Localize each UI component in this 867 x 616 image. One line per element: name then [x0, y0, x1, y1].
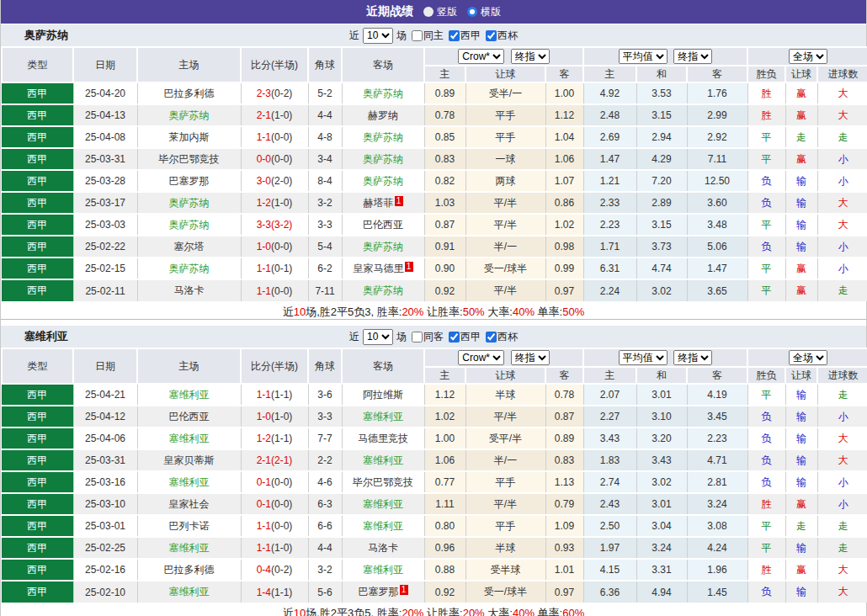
- final-odds-select[interactable]: 终指: [511, 49, 550, 64]
- scope-select[interactable]: 全场: [789, 49, 827, 64]
- full-time-score: 1-1: [257, 520, 271, 532]
- result-handicap: 赢: [785, 104, 817, 126]
- half-time-score: (0-0): [271, 153, 292, 165]
- match-row: 西甲 25-04-13 奥萨苏纳 2-1(1-0) 4-4 赫罗纳 0.78 平…: [2, 104, 867, 126]
- sub-col-wdl: 胜负: [747, 367, 785, 384]
- away-team: 塞维利亚: [342, 493, 424, 515]
- result-handicap: 输: [785, 192, 817, 214]
- handicap-line: 平手: [465, 515, 545, 537]
- away-team-name: 奥萨苏纳: [363, 88, 403, 99]
- home-team: 奥萨苏纳: [137, 192, 241, 214]
- avg-away-odds: 1.45: [687, 581, 747, 603]
- avg-home-odds: 1.97: [583, 537, 636, 559]
- score-cell: 0-0(0-0): [241, 148, 308, 170]
- bookmaker-select[interactable]: Crow*: [458, 350, 504, 365]
- away-team: 奥萨苏纳: [342, 236, 424, 258]
- away-team: 塞维利亚: [342, 406, 424, 427]
- away-team: 奥萨苏纳: [342, 148, 424, 170]
- avg-draw-odds: 3.10: [636, 406, 687, 427]
- average-select[interactable]: 平均值: [619, 49, 668, 64]
- home-team: 毕尔巴鄂竞技: [137, 148, 241, 170]
- handicap-away-odds: 0.93: [545, 537, 583, 559]
- away-team: 赫塔菲1: [342, 192, 424, 214]
- half-time-score: (0-1): [271, 263, 292, 274]
- result-handicap: 赢: [785, 258, 817, 279]
- final-odds-select-2[interactable]: 终指: [673, 49, 712, 64]
- handicap-home-odds: 0.92: [424, 581, 465, 603]
- same-venue-checkbox[interactable]: [412, 30, 423, 41]
- full-time-score: 1-1: [257, 263, 271, 274]
- avg-home-odds: 2.43: [583, 493, 636, 515]
- rounds-select[interactable]: 10: [363, 329, 393, 345]
- away-team: 巴伦西亚: [342, 214, 424, 236]
- near-label: 近: [349, 29, 359, 43]
- match-row: 西甲 25-02-16 巴拉多利德 0-4(0-2) 3-2 塞维利亚 0.88…: [2, 559, 867, 581]
- handicap-line: 平/半: [465, 279, 545, 301]
- final-odds-select-2[interactable]: 终指: [673, 350, 712, 365]
- avg-home-odds: 2.23: [583, 214, 636, 236]
- result-over-under: 小: [817, 471, 867, 493]
- corner-score: 3-2: [308, 559, 342, 581]
- avg-draw-odds: 4.74: [636, 258, 687, 279]
- layout-radio-horizontal[interactable]: 横版: [467, 5, 501, 19]
- games-label: 场: [396, 330, 407, 344]
- average-select-group: 平均值 终指: [583, 348, 747, 367]
- league-filter[interactable]: 西甲: [445, 330, 481, 344]
- match-row: 西甲 25-02-22 塞尔塔 1-0(0-0) 5-4 奥萨苏纳 0.91 半…: [2, 236, 867, 258]
- home-team: 巴列卡诺: [137, 515, 241, 537]
- away-team: 奥萨苏纳: [342, 82, 424, 104]
- avg-draw-odds: 3.15: [636, 104, 687, 126]
- league-checkbox[interactable]: [449, 332, 460, 343]
- cup-checkbox[interactable]: [486, 30, 497, 41]
- scope-select[interactable]: 全场: [789, 350, 827, 365]
- match-date: 25-02-22: [73, 236, 137, 258]
- cup-checkbox[interactable]: [486, 332, 497, 343]
- same-venue-checkbox[interactable]: [412, 332, 423, 343]
- half-time-score: (0-2): [271, 564, 292, 576]
- away-team: 巴塞罗那1: [342, 581, 424, 603]
- layout-radio-vertical[interactable]: 竖版: [423, 5, 457, 19]
- sub-col-avg-away: 客: [687, 66, 747, 82]
- avg-draw-odds: 4.29: [636, 148, 687, 170]
- avg-away-odds: 2.81: [687, 471, 747, 493]
- same-venue-filter[interactable]: 同主: [408, 29, 444, 43]
- match-row: 西甲 25-02-15 奥萨苏纳 1-1(0-1) 6-2 皇家马德里1 0.9…: [2, 258, 867, 279]
- average-select[interactable]: 平均值: [619, 350, 668, 365]
- rounds-select[interactable]: 10: [363, 28, 393, 44]
- handicap-home-odds: 0.82: [424, 170, 465, 192]
- games-label: 场: [396, 29, 407, 43]
- handicap-away-odds: 0.83: [545, 449, 583, 471]
- same-venue-filter[interactable]: 同客: [408, 330, 444, 344]
- summary-stat-value: 10: [294, 305, 306, 318]
- league-checkbox[interactable]: [449, 30, 460, 41]
- summary-stat-value: 50%: [562, 305, 584, 318]
- handicap-select-group: Crow* 终指: [424, 47, 583, 66]
- cup-filter[interactable]: 西杯: [482, 330, 518, 344]
- half-time-score: (0-0): [271, 476, 292, 488]
- avg-draw-odds: 2.94: [636, 126, 687, 148]
- avg-draw-odds: 3.43: [636, 449, 687, 471]
- corner-score: 4-6: [308, 471, 342, 493]
- filter-controls: 近 10 场 同主 西甲 西杯: [349, 28, 518, 44]
- final-odds-select[interactable]: 终指: [511, 350, 550, 365]
- radio-unselected-icon[interactable]: [423, 7, 434, 17]
- score-cell: 1-1(0-0): [241, 126, 308, 148]
- corner-score: 5-6: [308, 581, 342, 603]
- match-row: 西甲 25-03-17 奥萨苏纳 1-2(1-0) 3-2 赫塔菲1 1.03 …: [2, 192, 867, 214]
- bookmaker-select[interactable]: Crow*: [458, 49, 504, 64]
- sub-col-avg-away: 客: [687, 367, 747, 384]
- avg-away-odds: 4.19: [687, 384, 747, 406]
- league-filter[interactable]: 西甲: [445, 29, 481, 43]
- col-date: 日期: [73, 47, 137, 82]
- away-team-name: 赫塔菲: [364, 197, 394, 209]
- radio-selected-icon[interactable]: [467, 7, 477, 17]
- avg-draw-odds: 4.94: [636, 581, 687, 603]
- cup-filter[interactable]: 西杯: [482, 29, 518, 43]
- avg-draw-odds: 2.89: [636, 192, 687, 214]
- result-win-draw-lose: 平: [747, 126, 785, 148]
- col-type: 类型: [2, 348, 73, 384]
- match-row: 西甲 25-04-06 塞维利亚 1-2(1-1) 7-7 马德里竞技 1.00…: [2, 427, 867, 449]
- home-team: 皇家贝蒂斯: [137, 449, 241, 471]
- handicap-away-odds: 1.07: [545, 170, 583, 192]
- result-handicap: 赢: [785, 559, 817, 581]
